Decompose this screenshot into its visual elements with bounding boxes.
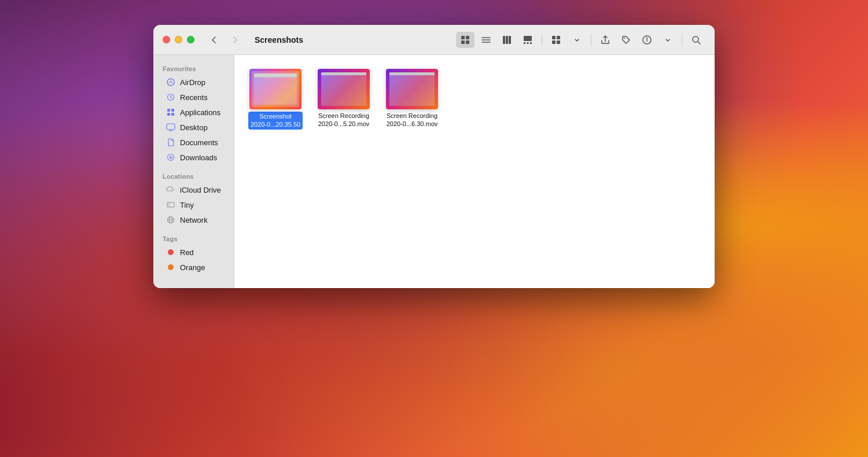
sidebar-item-label-applications: Applications xyxy=(180,108,220,117)
file-item-recording1[interactable]: Screen Recording 2020-0...5.20.mov xyxy=(312,64,376,132)
divider-1 xyxy=(542,34,542,46)
sidebar-item-documents[interactable]: Documents xyxy=(157,135,230,150)
documents-icon xyxy=(166,138,175,147)
sidebar-item-label-tiny: Tiny xyxy=(180,201,194,209)
group-dropdown-button[interactable] xyxy=(568,32,586,48)
maximize-button[interactable] xyxy=(187,36,194,43)
svg-point-40 xyxy=(168,249,174,255)
svg-rect-0 xyxy=(461,36,465,39)
view-list-button[interactable] xyxy=(477,32,495,48)
main-area: Favourites AirDrop Recents xyxy=(153,55,715,288)
screenshot-gradient xyxy=(254,78,297,105)
search-button[interactable] xyxy=(687,32,705,48)
forward-button[interactable] xyxy=(227,32,243,48)
svg-rect-12 xyxy=(527,42,529,44)
sidebar-item-desktop[interactable]: Desktop xyxy=(157,120,230,135)
svg-rect-10 xyxy=(524,36,532,41)
sidebar-item-tiny[interactable]: Tiny xyxy=(157,197,230,212)
svg-rect-17 xyxy=(557,40,560,44)
svg-line-23 xyxy=(698,42,700,44)
svg-point-24 xyxy=(167,79,174,86)
divider-3 xyxy=(682,34,682,46)
svg-rect-3 xyxy=(466,40,469,44)
sidebar-item-label-airdrop: AirDrop xyxy=(180,78,205,87)
tag-red-icon xyxy=(166,248,175,257)
sidebar-item-applications[interactable]: Applications xyxy=(157,105,230,120)
file-name-recording2: Screen Recording 2020-0...6.30.mov xyxy=(387,112,438,128)
view-icon-button[interactable] xyxy=(456,32,475,48)
favourites-label: Favourites xyxy=(153,62,234,75)
svg-rect-9 xyxy=(509,36,511,44)
share-button[interactable] xyxy=(596,32,615,48)
desktop-icon xyxy=(166,123,175,132)
file-thumbnail-recording1 xyxy=(318,69,370,109)
sidebar-item-label-downloads: Downloads xyxy=(180,153,217,162)
svg-rect-1 xyxy=(466,36,469,39)
icloud-icon xyxy=(166,185,175,194)
svg-rect-11 xyxy=(524,42,525,44)
svg-rect-7 xyxy=(503,36,505,44)
sidebar-item-label-icloud: iCloud Drive xyxy=(180,186,221,194)
svg-rect-14 xyxy=(552,36,556,39)
recording1-preview xyxy=(318,69,370,109)
svg-point-18 xyxy=(624,38,625,39)
svg-point-21 xyxy=(646,40,648,42)
svg-rect-2 xyxy=(461,40,465,44)
view-columns-button[interactable] xyxy=(498,32,516,48)
sidebar: Favourites AirDrop Recents xyxy=(153,55,234,288)
filter-dropdown-button[interactable] xyxy=(659,32,677,48)
sidebar-item-label-documents: Documents xyxy=(180,138,218,147)
svg-rect-28 xyxy=(167,109,170,112)
toolbar-actions xyxy=(456,32,705,48)
window-title: Screenshots xyxy=(255,35,303,45)
traffic-lights xyxy=(163,36,194,43)
sidebar-item-recents[interactable]: Recents xyxy=(157,90,230,105)
svg-rect-35 xyxy=(167,202,174,207)
view-gallery-button[interactable] xyxy=(518,32,537,48)
recording2-preview xyxy=(386,69,438,109)
sidebar-item-network[interactable]: Network xyxy=(157,212,230,227)
minimize-button[interactable] xyxy=(175,36,182,43)
network-icon xyxy=(166,215,175,224)
svg-rect-26 xyxy=(167,113,170,116)
tag-button[interactable] xyxy=(617,32,635,48)
airdrop-icon xyxy=(166,78,175,87)
downloads-icon xyxy=(166,153,175,162)
filter-button[interactable] xyxy=(638,32,656,48)
screenshot-preview xyxy=(249,69,301,109)
screenshot-inner-window xyxy=(254,73,297,105)
tag-orange-icon xyxy=(166,263,175,272)
svg-rect-27 xyxy=(171,113,174,116)
recording2-inner xyxy=(389,72,435,106)
file-item-screenshot[interactable]: Screenshot 2020-0...20.35.50 xyxy=(244,64,307,132)
file-item-recording2[interactable]: Screen Recording 2020-0...6.30.mov xyxy=(380,64,444,132)
sidebar-item-label-desktop: Desktop xyxy=(180,123,208,132)
sidebar-item-icloud[interactable]: iCloud Drive xyxy=(157,182,230,197)
svg-rect-30 xyxy=(167,124,175,130)
file-thumbnail-screenshot xyxy=(249,69,301,109)
view-group-button[interactable] xyxy=(547,32,565,48)
svg-rect-8 xyxy=(506,36,508,44)
sidebar-item-tag-orange[interactable]: Orange xyxy=(157,260,230,275)
tags-label: Tags xyxy=(153,232,234,245)
svg-rect-13 xyxy=(530,42,532,44)
sidebar-item-downloads[interactable]: Downloads xyxy=(157,150,230,165)
svg-point-41 xyxy=(168,264,174,270)
tiny-icon xyxy=(166,200,175,209)
sidebar-item-label-recents: Recents xyxy=(180,93,208,102)
sidebar-item-label-orange: Orange xyxy=(180,263,205,272)
applications-icon xyxy=(166,108,175,117)
sidebar-item-label-red: Red xyxy=(180,248,194,257)
finder-window: Screenshots xyxy=(153,25,715,288)
sidebar-item-tag-red[interactable]: Red xyxy=(157,245,230,260)
divider-2 xyxy=(591,34,591,46)
recents-icon xyxy=(166,93,175,102)
svg-rect-29 xyxy=(171,109,174,112)
back-button[interactable] xyxy=(206,32,222,48)
file-area[interactable]: Screenshot 2020-0...20.35.50 Screen Reco… xyxy=(234,55,715,288)
sidebar-item-label-network: Network xyxy=(180,216,208,224)
svg-rect-15 xyxy=(557,36,560,39)
sidebar-item-airdrop[interactable]: AirDrop xyxy=(157,75,230,90)
close-button[interactable] xyxy=(163,36,170,43)
file-name-recording1: Screen Recording 2020-0...5.20.mov xyxy=(318,112,370,128)
